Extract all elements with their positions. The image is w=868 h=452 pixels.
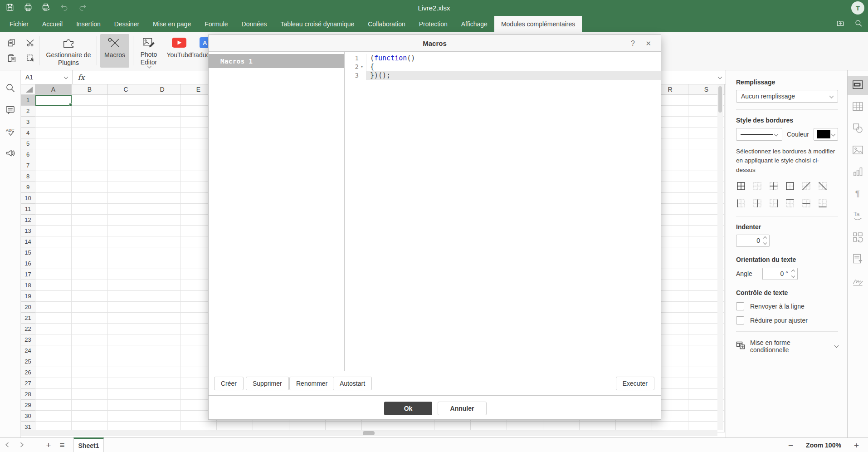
cell-D24[interactable] — [144, 345, 180, 356]
column-header-C[interactable]: C — [108, 84, 144, 95]
cell-D14[interactable] — [144, 236, 180, 247]
cell-B22[interactable] — [72, 324, 108, 334]
cell-B6[interactable] — [72, 149, 108, 160]
cell-C1[interactable] — [108, 95, 144, 106]
cell-A7[interactable] — [35, 160, 72, 171]
tab-protection[interactable]: Protection — [412, 16, 454, 32]
border-right-button[interactable] — [769, 199, 779, 209]
cell-B26[interactable] — [72, 367, 108, 378]
horizontal-scrollbar[interactable] — [21, 430, 717, 436]
photo-editor-button[interactable]: Photo Editor — [136, 34, 162, 68]
youtube-button[interactable]: YouTube — [165, 34, 194, 68]
border-color-select[interactable] — [814, 128, 838, 141]
cut-button[interactable] — [24, 37, 37, 50]
shrink-to-fit-checkbox[interactable] — [736, 316, 744, 324]
pivot-table-button[interactable] — [848, 228, 868, 247]
cell-D20[interactable] — [144, 302, 180, 313]
cell-B29[interactable] — [72, 400, 108, 411]
cell-B5[interactable] — [72, 138, 108, 149]
cell-D23[interactable] — [144, 334, 180, 345]
cell-A24[interactable] — [35, 345, 72, 356]
row-header-5[interactable]: 5 — [21, 138, 35, 149]
cell-A15[interactable] — [35, 247, 72, 258]
border-diag-down-button[interactable] — [818, 182, 828, 192]
cell-B18[interactable] — [72, 280, 108, 291]
cell-C20[interactable] — [108, 302, 144, 313]
cell-A30[interactable] — [35, 411, 72, 422]
macros-dialog-header[interactable]: Macros ? ✕ — [209, 35, 661, 52]
cell-D28[interactable] — [144, 389, 180, 400]
cell-B23[interactable] — [72, 334, 108, 345]
cell-A19[interactable] — [35, 291, 72, 302]
code-editor[interactable]: 1(function()2▾{3})(); — [345, 52, 661, 371]
cell-B4[interactable] — [72, 128, 108, 138]
row-header-14[interactable]: 14 — [21, 236, 35, 247]
paste-button[interactable] — [5, 52, 18, 66]
border-all-button[interactable] — [736, 182, 746, 192]
cell-B19[interactable] — [72, 291, 108, 302]
row-header-1[interactable]: 1 — [21, 95, 35, 106]
row-header-9[interactable]: 9 — [21, 182, 35, 193]
next-sheet-button[interactable] — [15, 442, 29, 449]
code-text[interactable]: })(); — [366, 71, 661, 80]
cell-A16[interactable] — [35, 258, 72, 269]
tab-mise-en-page[interactable]: Mise en page — [146, 16, 198, 32]
tab-insertion[interactable]: Insertion — [69, 16, 107, 32]
cell-C26[interactable] — [108, 367, 144, 378]
cell-A18[interactable] — [35, 280, 72, 291]
wrap-text-checkbox[interactable] — [736, 302, 744, 310]
spin-down-icon[interactable] — [763, 241, 767, 245]
row-header-25[interactable]: 25 — [21, 356, 35, 367]
row-header-16[interactable]: 16 — [21, 258, 35, 269]
cell-D11[interactable] — [144, 204, 180, 215]
row-header-28[interactable]: 28 — [21, 389, 35, 400]
zoom-in-button[interactable]: + — [854, 441, 859, 450]
cell-A11[interactable] — [35, 204, 72, 215]
cell-B3[interactable] — [72, 117, 108, 128]
cell-C16[interactable] — [108, 258, 144, 269]
cell-A1[interactable] — [35, 95, 72, 106]
cell-C7[interactable] — [108, 160, 144, 171]
row-header-15[interactable]: 15 — [21, 247, 35, 258]
cell-C21[interactable] — [108, 313, 144, 324]
cell-C5[interactable] — [108, 138, 144, 149]
autostart-macro-button[interactable]: Autostart — [333, 377, 372, 390]
ok-button[interactable]: Ok — [384, 402, 432, 415]
cell-A3[interactable] — [35, 117, 72, 128]
cell-C18[interactable] — [108, 280, 144, 291]
cell-B30[interactable] — [72, 411, 108, 422]
border-horizontal-inside-button[interactable] — [801, 199, 811, 209]
spellcheck-button[interactable]: ABC — [0, 121, 21, 143]
cancel-button[interactable]: Annuler — [438, 402, 487, 415]
cell-D30[interactable] — [144, 411, 180, 422]
row-header-27[interactable]: 27 — [21, 378, 35, 389]
cell-C13[interactable] — [108, 226, 144, 236]
select-all-corner[interactable] — [21, 84, 35, 95]
cell-C2[interactable] — [108, 106, 144, 117]
cell-B9[interactable] — [72, 182, 108, 193]
macro-list-item-macros-1[interactable]: Macros 1 — [209, 54, 344, 68]
row-header-3[interactable]: 3 — [21, 117, 35, 128]
row-header-2[interactable]: 2 — [21, 106, 35, 117]
cell-C24[interactable] — [108, 345, 144, 356]
cell-A10[interactable] — [35, 193, 72, 204]
cell-settings-button[interactable] — [848, 76, 868, 95]
row-header-30[interactable]: 30 — [21, 411, 35, 422]
cell-C25[interactable] — [108, 356, 144, 367]
cell-D9[interactable] — [144, 182, 180, 193]
row-header-23[interactable]: 23 — [21, 334, 35, 345]
tab-fichier[interactable]: Fichier — [3, 16, 35, 32]
border-bottom-button[interactable] — [818, 199, 828, 209]
signature-settings-button[interactable] — [848, 272, 868, 291]
cell-B15[interactable] — [72, 247, 108, 258]
cell-C29[interactable] — [108, 400, 144, 411]
cell-D26[interactable] — [144, 367, 180, 378]
plugin-manager-button[interactable]: Gestionnaire de Plugins — [41, 34, 96, 68]
column-header-A[interactable]: A — [35, 84, 72, 95]
row-header-24[interactable]: 24 — [21, 345, 35, 356]
delete-macro-button[interactable]: Supprimer — [246, 377, 289, 390]
cell-D29[interactable] — [144, 400, 180, 411]
add-sheet-button[interactable]: + — [42, 440, 55, 450]
column-header-D[interactable]: D — [144, 84, 180, 95]
cell-D25[interactable] — [144, 356, 180, 367]
